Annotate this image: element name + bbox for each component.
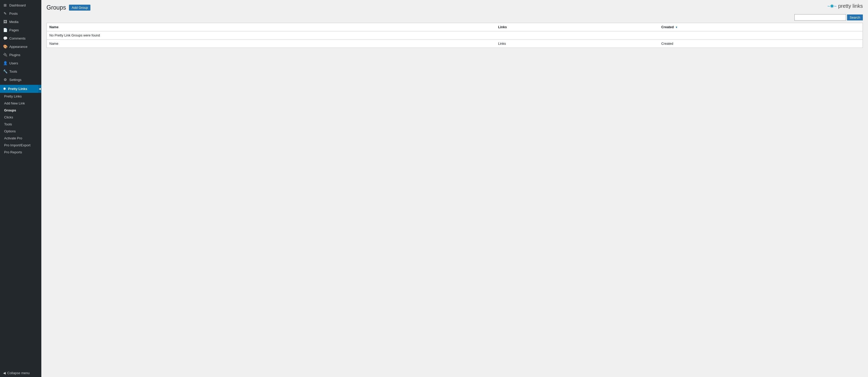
sidebar-label-users: Users: [9, 61, 18, 65]
sidebar-label-appearance: Appearance: [9, 45, 27, 49]
footer-links-col: Links: [495, 39, 659, 48]
pretty-links-arrow-icon: ◀: [38, 85, 41, 93]
appearance-icon: 🎨: [3, 45, 7, 49]
submenu-item-pl-tools[interactable]: Tools: [0, 121, 41, 128]
topbar: Groups Add Group ~✱~ pretty links: [41, 0, 868, 11]
sidebar-item-users[interactable]: 👤Users: [0, 59, 41, 67]
sidebar-item-comments[interactable]: 💬Comments: [0, 34, 41, 42]
pretty-links-header-label: Pretty Links: [8, 87, 27, 91]
col-links-label: Links: [498, 25, 507, 29]
sidebar-label-comments: Comments: [9, 36, 26, 40]
search-input[interactable]: [795, 14, 846, 21]
table-head: Name Links Created ▼: [47, 23, 863, 31]
sidebar: ⊞Dashboard✎Posts🖼Media📄Pages💬Comments🎨Ap…: [0, 0, 41, 377]
add-group-button[interactable]: Add Group: [69, 5, 90, 10]
collapse-label: Collapse menu: [7, 371, 30, 375]
page-title-row: Groups Add Group: [46, 4, 90, 11]
sidebar-label-plugins: Plugins: [9, 53, 21, 57]
plugins-icon: 🔌: [3, 53, 7, 57]
search-button[interactable]: Search: [847, 14, 863, 21]
sidebar-label-dashboard: Dashboard: [9, 3, 26, 7]
no-items-message: No Pretty Link Groups were found: [47, 31, 863, 39]
col-name-label: Name: [49, 25, 58, 29]
col-created-label: Created: [661, 25, 674, 29]
sidebar-item-media[interactable]: 🖼Media: [0, 18, 41, 26]
submenu-item-options[interactable]: Options: [0, 128, 41, 135]
sidebar-item-posts[interactable]: ✎Posts: [0, 9, 41, 18]
no-items-row: No Pretty Link Groups were found: [47, 31, 863, 39]
users-icon: 👤: [3, 61, 7, 65]
settings-icon: ⚙: [3, 78, 7, 82]
table-header-row: Name Links Created ▼: [47, 23, 863, 31]
sidebar-item-settings[interactable]: ⚙Settings: [0, 76, 41, 84]
dashboard-icon: ⊞: [3, 3, 7, 7]
sidebar-item-appearance[interactable]: 🎨Appearance: [0, 42, 41, 51]
submenu-item-groups[interactable]: Groups: [0, 107, 41, 114]
sidebar-top-nav: ⊞Dashboard✎Posts🖼Media📄Pages💬Comments🎨Ap…: [0, 0, 41, 85]
logo-star-wings: ~✱~: [827, 3, 836, 9]
submenu-item-add-new-link[interactable]: Add New Link: [0, 100, 41, 107]
sidebar-item-plugins[interactable]: 🔌Plugins: [0, 51, 41, 59]
comments-icon: 💬: [3, 36, 7, 40]
pretty-links-nav-section: ✱ Pretty Links ◀: [0, 85, 41, 93]
pretty-links-nav-header[interactable]: ✱ Pretty Links ◀: [0, 85, 41, 93]
submenu-item-pro-import-export[interactable]: Pro Import/Export: [0, 142, 41, 149]
media-icon: 🖼: [3, 20, 7, 24]
sidebar-item-tools[interactable]: 🔧Tools: [0, 67, 41, 76]
submenu-item-pretty-links-link[interactable]: Pretty Links: [0, 93, 41, 100]
collapse-icon: ◀: [3, 371, 6, 375]
col-header-created[interactable]: Created ▼: [659, 23, 863, 31]
pages-icon: 📄: [3, 28, 7, 32]
col-header-name[interactable]: Name: [47, 23, 495, 31]
footer-created-col: Created: [659, 39, 863, 48]
posts-icon: ✎: [3, 11, 7, 16]
table-footer-row: Name Links Created: [47, 39, 863, 48]
main-content: Groups Add Group ~✱~ pretty links Search…: [41, 0, 868, 377]
col-header-links[interactable]: Links: [495, 23, 659, 31]
pretty-links-logo: ~✱~ pretty links: [827, 3, 863, 9]
sidebar-label-settings: Settings: [9, 78, 22, 82]
sort-arrow-icon: ▼: [675, 26, 678, 29]
sidebar-label-pages: Pages: [9, 28, 19, 32]
pretty-links-submenu: Pretty LinksAdd New LinkGroupsClicksTool…: [0, 93, 41, 156]
pretty-links-icon: ✱: [3, 87, 6, 91]
sidebar-item-dashboard[interactable]: ⊞Dashboard: [0, 1, 41, 9]
page-title: Groups: [46, 4, 66, 11]
sidebar-item-pages[interactable]: 📄Pages: [0, 26, 41, 34]
table-body: No Pretty Link Groups were found Name Li…: [47, 31, 863, 48]
footer-name-col: Name: [47, 39, 495, 48]
tools-icon: 🔧: [3, 69, 7, 74]
submenu-item-activate-pro[interactable]: Activate Pro: [0, 135, 41, 142]
collapse-menu-button[interactable]: ◀ Collapse menu: [0, 369, 41, 377]
sidebar-label-posts: Posts: [9, 12, 18, 16]
search-row: Search: [41, 11, 868, 23]
submenu-item-pro-reports[interactable]: Pro Reports: [0, 149, 41, 156]
logo-text: pretty links: [838, 3, 863, 9]
table-container: Name Links Created ▼ No Pretty Link Grou…: [41, 23, 868, 377]
sidebar-label-tools: Tools: [9, 69, 17, 74]
submenu-item-clicks[interactable]: Clicks: [0, 114, 41, 121]
groups-table: Name Links Created ▼ No Pretty Link Grou…: [46, 23, 863, 48]
sidebar-label-media: Media: [9, 20, 18, 24]
